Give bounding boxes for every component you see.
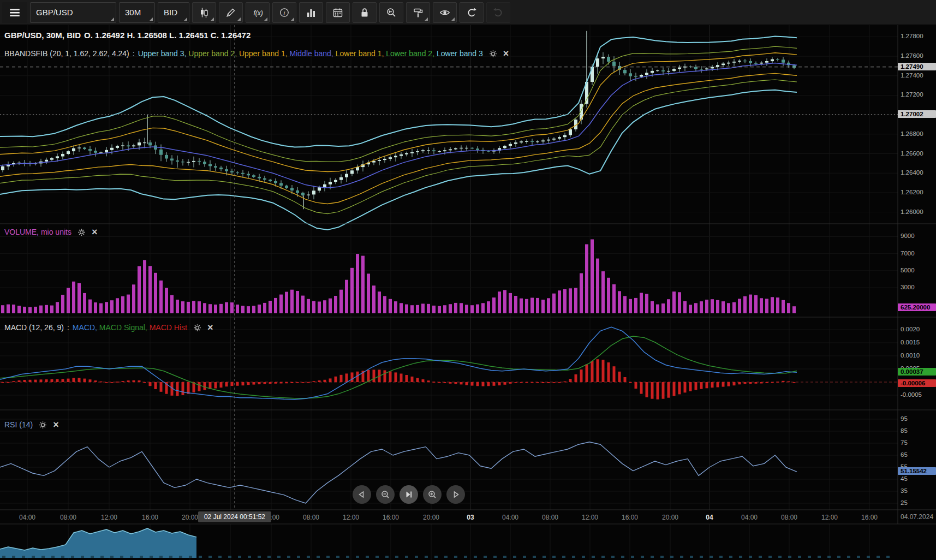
timeframe-select[interactable]: 30M [119,2,155,23]
bbands-settings-button[interactable] [489,50,497,58]
undo-button[interactable] [460,2,484,23]
gear-icon [489,50,497,58]
zoom_minus-icon [380,489,391,500]
time-axis-label: 12:00 [821,514,838,521]
macd-series-label: MACD Hist [150,323,187,332]
paint-roller-icon [413,7,424,18]
volume-remove-button[interactable]: × [92,228,98,236]
time-axis[interactable]: 04:0008:0012:0016:0020:0004:0008:0012:00… [0,510,898,524]
time-axis-label: 04:00 [502,514,518,521]
rsi-indicator-name: RSI (14) [4,420,33,429]
rsi-scale-label: 75 [901,439,908,446]
time-axis-label: 04:00 [19,514,35,521]
macd-settings-button[interactable] [193,324,201,332]
volume-indicator-name: VOLUME, mio units [4,228,71,236]
current-price-badge: 1.27490 [898,63,936,70]
indicators-button[interactable]: f(x) [246,2,270,23]
rsi-scale-label: 85 [901,427,908,434]
drawings-button[interactable] [219,2,243,23]
visibility-button[interactable] [433,2,457,23]
redo-icon [493,7,504,18]
time-axis-label: 20:00 [423,514,439,521]
reference-price-badge: 1.27002 [898,110,936,118]
volume-settings-button[interactable] [77,228,86,236]
jump-to-end-button[interactable] [446,485,465,504]
volume-scale-label: 3000 [901,284,915,290]
macd-scale-label: 0.0010 [901,352,920,359]
price-scale-label: 1.27200 [901,91,923,98]
bbands-indicator-name: BBANDSFIB (20, 1, 1.62, 2.62, 4.24) [4,49,129,58]
symbol-select[interactable]: GBP/USD [30,2,116,23]
hamburger-icon [9,7,21,19]
price-scale-label: 1.26400 [901,169,923,176]
bbands-band-label: Lower band 2, [386,49,437,58]
rsi-remove-button[interactable]: × [53,421,59,428]
time-axis-label: 08:00 [60,514,76,521]
crosshair-time-tooltip: 02 Jul 2024 00:51:52 [198,511,271,522]
rsi-settings-button[interactable] [39,421,47,429]
bbands-band-label: Middle band, [290,49,336,58]
rsi-scale-label: 95 [901,415,908,422]
bbands-band-label: Upper band 3, [138,49,189,58]
time-axis-label: 16:00 [383,514,399,521]
time-axis-label: 04:00 [741,514,758,521]
pencil-icon [225,7,236,18]
macd-remove-button[interactable]: × [207,324,213,331]
bbands-band-label: Upper band 2, [188,49,239,58]
macd-scale-label: 0.0020 [901,326,920,332]
time-axis-label: 20:00 [182,514,198,521]
rsi-scale-label: 65 [901,451,908,458]
bbands-band-label: Upper band 1, [239,49,290,58]
price-scale-label: 1.26000 [901,208,923,215]
playback-controls [0,485,898,505]
theme-button[interactable] [406,2,430,23]
histogram-icon [306,7,317,18]
time-axis-label: 12:00 [101,514,117,521]
volume-scale-label: 5000 [901,267,915,273]
main-chart-legend: GBP/USD, 30M, BID O. 1.26492 H. 1.26508 … [4,31,251,40]
play_end-icon [403,489,414,500]
details-button[interactable]: i [272,2,296,23]
zoom_plus-icon [427,489,438,500]
time-axis-label: 16:00 [622,514,638,521]
calendar-icon [332,7,343,18]
macd-value-badge: 0.00037 [898,368,936,376]
macd-series-list: MACD, MACD Signal, MACD Hist [73,323,187,332]
symbol-select-value: GBP/USD [36,8,73,17]
price-scale[interactable]: 1.278001.276001.274001.272001.270001.268… [898,0,936,560]
macd-series-label: MACD Signal, [99,323,150,332]
menu-button[interactable] [2,2,27,23]
ohlc-values: O. 1.26492 H. 1.26508 L. 1.26451 C. 1.26… [84,31,251,40]
zoom-back-button[interactable] [379,2,403,23]
chart-navigator[interactable] [0,524,898,560]
next-icon [450,489,461,500]
redo-button[interactable] [486,2,510,23]
volume-scale-label: 9000 [901,233,915,239]
toolbar-tools: f(x)i [192,2,510,23]
macd-scale-label: 0.0015 [901,339,920,345]
macd-hist-value-badge: -0.00006 [898,379,936,387]
time-axis-label: 20:00 [662,514,678,521]
timeframe-select-value: 30M [125,8,141,17]
zoom-out-button[interactable] [376,485,395,504]
price-side-select[interactable]: BID [158,2,189,23]
bbands-remove-button[interactable]: × [503,50,509,57]
time-axis-label: 12:00 [582,514,598,521]
lock-button[interactable] [353,2,377,23]
chart-canvas[interactable] [0,0,936,560]
time-axis-label: 08:00 [542,514,558,521]
go-to-latest-button[interactable] [400,485,418,504]
time-axis-label: 08:00 [781,514,797,521]
bbands-legend: BBANDSFIB (20, 1, 1.62, 2.62, 4.24) : Up… [4,49,509,58]
calendar-button[interactable] [326,2,350,23]
chart-type-button[interactable] [192,2,216,23]
rsi-legend: RSI (14) × [4,420,59,429]
bbands-separator: : [133,49,135,58]
svg-text:i: i [283,9,285,16]
candles-icon [199,7,210,18]
data-inspector-button[interactable] [299,2,323,23]
price-scale-label: 1.26800 [901,130,923,137]
zoom-in-button[interactable] [423,485,442,504]
macd-series-label: MACD, [73,323,99,332]
jump-to-start-button[interactable] [353,485,371,504]
